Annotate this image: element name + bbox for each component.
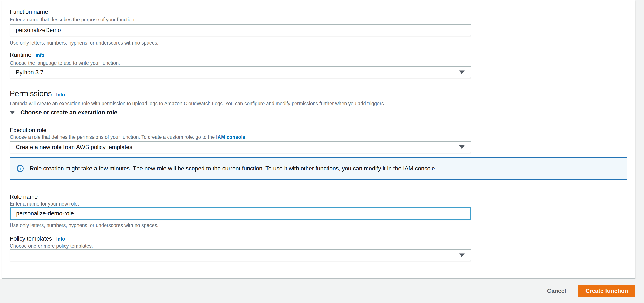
create-function-form-panel: Function name Enter a name that describe… [2,0,636,279]
policy-templates-info-link[interactable]: Info [56,236,65,242]
role-creation-info-text: Role creation might take a few minutes. … [30,165,436,172]
permissions-heading: Permissions [10,89,52,98]
footer-action-bar: Cancel Create function [0,279,644,303]
policy-templates-label-row: Policy templates Info [10,235,65,242]
function-name-constraint: Use only letters, numbers, hyphens, or u… [10,40,158,46]
create-function-button[interactable]: Create function [578,285,636,297]
execution-role-select[interactable]: Create a new role from AWS policy templa… [10,141,471,153]
execution-role-expander-title: Choose or create an execution role [20,109,117,116]
runtime-selected-value: Python 3.7 [16,69,44,76]
cancel-button[interactable]: Cancel [547,288,566,294]
permissions-description: Lambda will create an execution role wit… [10,101,385,107]
function-name-label: Function name [10,9,48,15]
info-icon: i [17,165,24,172]
section-divider [10,118,628,118]
policy-templates-label: Policy templates [10,235,52,242]
execution-role-expander[interactable]: Choose or create an execution role [10,109,117,116]
execution-role-description: Choose a role that defines the permissio… [10,134,247,140]
permissions-heading-row: Permissions Info [10,89,65,98]
role-name-label: Role name [10,194,38,200]
chevron-down-icon [459,145,464,149]
permissions-info-link[interactable]: Info [56,92,65,98]
chevron-down-icon [459,253,464,257]
page-left-gutter [0,0,2,279]
iam-console-link[interactable]: IAM console [216,134,245,140]
runtime-select[interactable]: Python 3.7 [10,66,471,78]
execution-role-description-period: . [245,134,246,140]
triangle-down-icon [10,111,15,115]
role-creation-info-banner: i Role creation might take a few minutes… [10,157,628,180]
runtime-label-row: Runtime Info [10,52,44,58]
role-name-constraint: Use only letters, numbers, hyphens, or u… [10,222,158,228]
role-name-input[interactable] [10,207,471,220]
execution-role-description-text: Choose a role that defines the permissio… [10,134,216,140]
execution-role-label: Execution role [10,127,46,134]
execution-role-selected-value: Create a new role from AWS policy templa… [16,144,132,151]
function-name-input[interactable] [10,24,471,36]
policy-templates-description: Choose one or more policy templates. [10,243,93,249]
role-name-description: Enter a name for your new role. [10,201,79,207]
runtime-label: Runtime [10,52,32,58]
runtime-info-link[interactable]: Info [36,53,44,58]
function-name-description: Enter a name that describes the purpose … [10,17,136,23]
policy-templates-select[interactable] [10,249,471,261]
chevron-down-icon [459,71,464,74]
runtime-description: Choose the language to use to write your… [10,60,120,66]
